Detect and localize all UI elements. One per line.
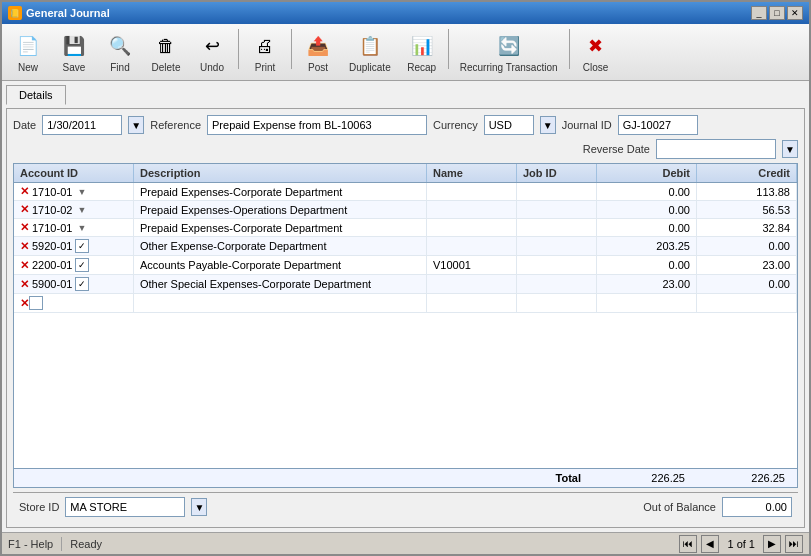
cell-credit: 56.53 — [697, 201, 797, 218]
bottom-bar: Store ID ▼ Out of Balance — [13, 492, 798, 521]
reverse-date-dropdown-button[interactable]: ▼ — [782, 140, 798, 158]
recap-icon: 📊 — [407, 31, 437, 61]
delete-button[interactable]: 🗑 Delete — [144, 27, 188, 77]
toolbar-separator-2 — [291, 29, 292, 69]
toolbar-separator-1 — [238, 29, 239, 69]
tab-details[interactable]: Details — [6, 85, 66, 105]
row-dropdown-icon[interactable]: ▼ — [77, 205, 86, 215]
cell-credit: 113.88 — [697, 183, 797, 200]
print-label: Print — [255, 62, 276, 73]
find-button[interactable]: 🔍 Find — [98, 27, 142, 77]
cell-name — [427, 275, 517, 293]
row-check-icon[interactable]: ✓ — [75, 239, 89, 253]
cell-debit-empty — [597, 294, 697, 312]
cell-job-id — [517, 256, 597, 274]
cell-job-id-empty — [517, 294, 597, 312]
save-button[interactable]: 💾 Save — [52, 27, 96, 77]
row-check-icon[interactable]: ✓ — [75, 258, 89, 272]
table-row: ✕ 1710-01 ▼ Prepaid Expenses-Corporate D… — [14, 219, 797, 237]
row-dropdown-icon[interactable]: ▼ — [77, 223, 86, 233]
date-input[interactable] — [42, 115, 122, 135]
duplicate-button[interactable]: 📋 Duplicate — [342, 27, 398, 77]
col-header-job-id: Job ID — [517, 164, 597, 182]
reverse-date-row: Reverse Date ▼ — [13, 139, 798, 159]
grid-body: ✕ 1710-01 ▼ Prepaid Expenses-Corporate D… — [14, 183, 797, 468]
last-page-button[interactable]: ⏭ — [785, 535, 803, 553]
close-button[interactable]: ✖ Close — [574, 27, 618, 77]
row-check-icon[interactable] — [29, 296, 43, 310]
cell-debit: 0.00 — [597, 219, 697, 236]
undo-label: Undo — [200, 62, 224, 73]
cell-debit: 0.00 — [597, 256, 697, 274]
table-row: ✕ 2200-01 ✓ Accounts Payable-Corporate D… — [14, 256, 797, 275]
table-row-empty: ✕ — [14, 294, 797, 313]
cell-credit: 32.84 — [697, 219, 797, 236]
cell-name — [427, 183, 517, 200]
post-icon: 📤 — [303, 31, 333, 61]
store-id-input[interactable] — [65, 497, 185, 517]
row-delete-icon[interactable]: ✕ — [20, 185, 29, 198]
store-id-label: Store ID — [19, 501, 59, 513]
cell-debit: 0.00 — [597, 183, 697, 200]
total-credit-value: 226.25 — [691, 472, 791, 484]
prev-page-button[interactable]: ◀ — [701, 535, 719, 553]
new-button[interactable]: 📄 New — [6, 27, 50, 77]
content-area: Details Date ▼ Reference Currency ▼ Jour… — [2, 81, 809, 532]
recurring-icon: 🔄 — [494, 31, 524, 61]
tab-content-details: Date ▼ Reference Currency ▼ Journal ID R… — [6, 108, 805, 528]
reference-input[interactable] — [207, 115, 427, 135]
col-header-debit: Debit — [597, 164, 697, 182]
currency-dropdown-button[interactable]: ▼ — [540, 116, 556, 134]
row-dropdown-icon[interactable]: ▼ — [77, 187, 86, 197]
currency-input[interactable] — [484, 115, 534, 135]
post-label: Post — [308, 62, 328, 73]
totals-label: Total — [556, 472, 591, 484]
save-icon: 💾 — [59, 31, 89, 61]
window-title: General Journal — [26, 7, 110, 19]
maximize-button[interactable]: □ — [769, 6, 785, 20]
journal-grid: Account ID Description Name Job ID Debit… — [13, 163, 798, 488]
minimize-button[interactable]: _ — [751, 6, 767, 20]
reverse-date-input[interactable] — [656, 139, 776, 159]
print-button[interactable]: 🖨 Print — [243, 27, 287, 77]
row-delete-icon[interactable]: ✕ — [20, 240, 29, 253]
row-delete-icon[interactable]: ✕ — [20, 221, 29, 234]
cell-debit: 23.00 — [597, 275, 697, 293]
reverse-date-label: Reverse Date — [583, 143, 650, 155]
cell-description: Other Expense-Corporate Department — [134, 237, 427, 255]
table-row: ✕ 1710-01 ▼ Prepaid Expenses-Corporate D… — [14, 183, 797, 201]
row-check-icon[interactable]: ✓ — [75, 277, 89, 291]
bottom-left: Store ID ▼ — [19, 497, 207, 517]
cell-account-id: ✕ 5920-01 ✓ — [14, 237, 134, 255]
store-id-dropdown-button[interactable]: ▼ — [191, 498, 207, 516]
table-row: ✕ 5920-01 ✓ Other Expense-Corporate Depa… — [14, 237, 797, 256]
window-icon: 📒 — [8, 6, 22, 20]
next-page-button[interactable]: ▶ — [763, 535, 781, 553]
row-delete-icon[interactable]: ✕ — [20, 203, 29, 216]
row-delete-icon[interactable]: ✕ — [20, 297, 29, 310]
page-info: 1 of 1 — [723, 538, 759, 550]
cell-account-id-empty: ✕ — [14, 294, 134, 312]
row-delete-icon[interactable]: ✕ — [20, 259, 29, 272]
recap-button[interactable]: 📊 Recap — [400, 27, 444, 77]
out-of-balance-label: Out of Balance — [643, 501, 716, 513]
duplicate-label: Duplicate — [349, 62, 391, 73]
first-page-button[interactable]: ⏮ — [679, 535, 697, 553]
cell-name: V10001 — [427, 256, 517, 274]
totals-row: Total 226.25 226.25 — [14, 468, 797, 487]
save-label: Save — [63, 62, 86, 73]
title-bar: 📒 General Journal _ □ ✕ — [2, 2, 809, 24]
status-bar: F1 - Help Ready ⏮ ◀ 1 of 1 ▶ ⏭ — [2, 532, 809, 554]
toolbar-separator-3 — [448, 29, 449, 69]
out-of-balance-value — [722, 497, 792, 517]
cell-debit: 203.25 — [597, 237, 697, 255]
row-delete-icon[interactable]: ✕ — [20, 278, 29, 291]
date-dropdown-button[interactable]: ▼ — [128, 116, 144, 134]
journal-id-input[interactable] — [618, 115, 698, 135]
toolbar: 📄 New 💾 Save 🔍 Find 🗑 Delete ↩ Undo 🖨 Pr… — [2, 24, 809, 81]
close-window-button[interactable]: ✕ — [787, 6, 803, 20]
recurring-button[interactable]: 🔄 Recurring Transaction — [453, 27, 565, 77]
form-row-1: Date ▼ Reference Currency ▼ Journal ID — [13, 115, 798, 135]
post-button[interactable]: 📤 Post — [296, 27, 340, 77]
undo-button[interactable]: ↩ Undo — [190, 27, 234, 77]
